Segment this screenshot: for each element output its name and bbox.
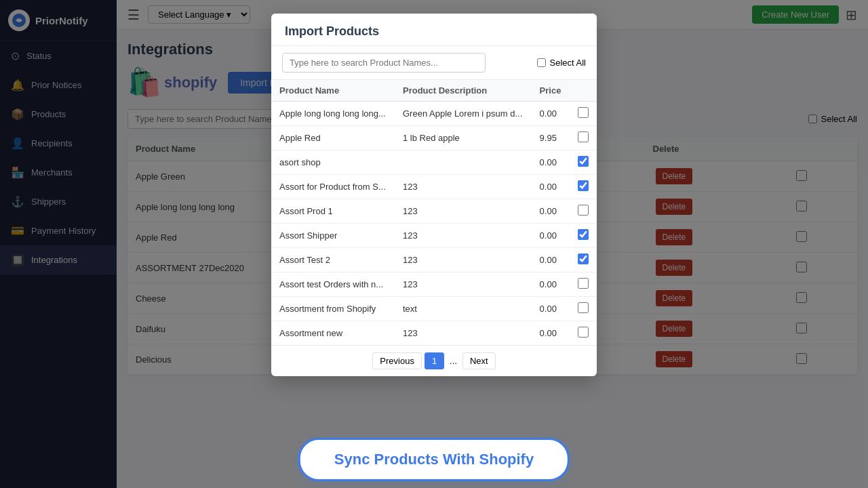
modal-product-name: Apple long long long long... xyxy=(271,102,395,126)
modal-col-desc: Product Description xyxy=(395,80,532,102)
modal-row-check-cell xyxy=(570,199,597,224)
modal-product-desc: 123 xyxy=(395,321,532,346)
modal-product-name: Assort Shipper xyxy=(271,224,395,248)
modal-row-check-cell xyxy=(570,102,597,126)
modal-search-area: Select All xyxy=(271,46,597,80)
modal-table-container: Product Name Product Description Price A… xyxy=(271,80,597,345)
modal-product-desc: 123 xyxy=(395,248,532,272)
modal-col-name: Product Name xyxy=(271,80,395,102)
modal-table-row: Assort for Product from S... 123 0.00 xyxy=(271,175,597,199)
modal-product-price: 0.00 xyxy=(532,199,570,224)
modal-col-check xyxy=(570,80,597,102)
modal-row-check-cell xyxy=(570,297,597,321)
modal-product-name: Apple Red xyxy=(271,126,395,150)
modal-product-name: Assort Test 2 xyxy=(271,248,395,272)
next-page-button[interactable]: Next xyxy=(462,352,496,369)
modal-row-checkbox[interactable] xyxy=(578,107,589,118)
modal-product-price: 0.00 xyxy=(532,272,570,297)
modal-table-row: Assort Shipper 123 0.00 xyxy=(271,224,597,248)
modal-table-row: Apple Red 1 lb Red apple 9.95 xyxy=(271,126,597,150)
modal-product-desc: Green Apple Lorem i psum d... xyxy=(395,102,532,126)
modal-product-price: 0.00 xyxy=(532,102,570,126)
modal-table-row: Assort Test 2 123 0.00 xyxy=(271,248,597,272)
modal-row-checkbox[interactable] xyxy=(578,180,589,191)
modal-row-check-cell xyxy=(570,150,597,175)
import-modal: Import Products Select All Product Name … xyxy=(271,14,597,376)
modal-row-check-cell xyxy=(570,321,597,346)
modal-product-desc: 123 xyxy=(395,224,532,248)
modal-table-row: asort shop 0.00 xyxy=(271,150,597,175)
modal-product-price: 0.00 xyxy=(532,224,570,248)
modal-title: Import Products xyxy=(285,24,379,38)
modal-product-name: Assort test Orders with n... xyxy=(271,272,395,297)
modal-select-all-label: Select All xyxy=(550,58,586,68)
modal-table-row: Assortment new 123 0.00 xyxy=(271,321,597,346)
prev-page-button[interactable]: Previous xyxy=(372,352,422,369)
modal-row-checkbox[interactable] xyxy=(578,302,589,313)
modal-row-checkbox[interactable] xyxy=(578,156,589,167)
modal-product-price: 9.95 xyxy=(532,126,570,150)
current-page-button[interactable]: 1 xyxy=(425,352,444,369)
pagination-dots: ... xyxy=(447,353,460,369)
modal-row-checkbox[interactable] xyxy=(578,205,589,216)
modal-row-checkbox[interactable] xyxy=(578,278,589,289)
sync-products-button[interactable]: Sync Products With Shopify xyxy=(298,438,570,481)
modal-row-check-cell xyxy=(570,272,597,297)
modal-product-price: 0.00 xyxy=(532,248,570,272)
modal-row-check-cell xyxy=(570,175,597,199)
modal-product-desc: 123 xyxy=(395,199,532,224)
modal-row-check-cell xyxy=(570,126,597,150)
modal-table-row: Assort test Orders with n... 123 0.00 xyxy=(271,272,597,297)
modal-product-desc: 123 xyxy=(395,272,532,297)
modal-row-checkbox[interactable] xyxy=(578,131,589,142)
modal-product-name: Assort Prod 1 xyxy=(271,199,395,224)
modal-table-row: Assortment from Shopify text 0.00 xyxy=(271,297,597,321)
modal-search-input[interactable] xyxy=(282,53,486,73)
modal-product-name: asort shop xyxy=(271,150,395,175)
modal-footer: Previous 1 ... Next xyxy=(271,345,597,376)
modal-header: Import Products xyxy=(271,14,597,46)
app-container: PriorNotify ⊙ Status 🔔 Prior Notices 📦 P… xyxy=(0,0,868,488)
sync-btn-container: Sync Products With Shopify xyxy=(298,438,570,481)
modal-row-checkbox[interactable] xyxy=(578,327,589,338)
modal-row-check-cell xyxy=(570,224,597,248)
modal-product-table: Product Name Product Description Price A… xyxy=(271,80,597,345)
modal-product-price: 0.00 xyxy=(532,297,570,321)
modal-row-check-cell xyxy=(570,248,597,272)
modal-product-price: 0.00 xyxy=(532,175,570,199)
modal-product-desc: text xyxy=(395,297,532,321)
modal-product-name: Assortment new xyxy=(271,321,395,346)
modal-product-name: Assortment from Shopify xyxy=(271,297,395,321)
modal-row-checkbox[interactable] xyxy=(578,253,589,264)
modal-table-row: Assort Prod 1 123 0.00 xyxy=(271,199,597,224)
modal-row-checkbox[interactable] xyxy=(578,229,589,240)
modal-select-all: Select All xyxy=(537,58,586,68)
modal-product-name: Assort for Product from S... xyxy=(271,175,395,199)
modal-overlay: Import Products Select All Product Name … xyxy=(0,0,868,488)
modal-select-all-checkbox[interactable] xyxy=(537,58,546,67)
modal-product-desc: 1 lb Red apple xyxy=(395,126,532,150)
modal-col-price: Price xyxy=(532,80,570,102)
modal-product-desc: 123 xyxy=(395,175,532,199)
modal-product-price: 0.00 xyxy=(532,321,570,346)
modal-product-desc xyxy=(395,150,532,175)
modal-table-row: Apple long long long long... Green Apple… xyxy=(271,102,597,126)
modal-product-price: 0.00 xyxy=(532,150,570,175)
